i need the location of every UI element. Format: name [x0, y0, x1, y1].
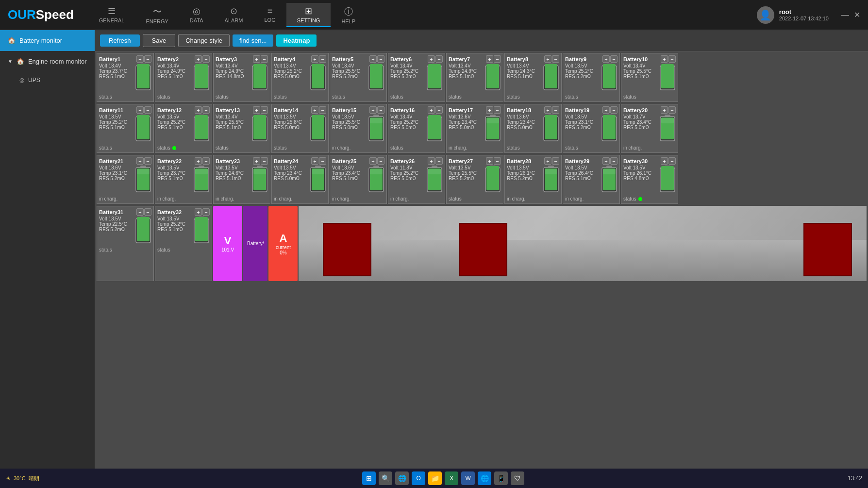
batt-plus-4[interactable]: +	[311, 55, 318, 63]
tab-alarm[interactable]: ⊙ ALARM	[214, 3, 254, 27]
batt-plus-24[interactable]: +	[311, 157, 318, 165]
tab-general[interactable]: ☰ GENERAL	[88, 3, 135, 27]
batt-minus-8[interactable]: −	[552, 55, 559, 63]
taskbar-app2-icon[interactable]: 🛡	[511, 471, 524, 485]
batt-icon-4	[310, 63, 326, 93]
taskbar-chrome-icon[interactable]: 🌐	[395, 471, 409, 485]
close-button[interactable]: ✕	[854, 10, 860, 19]
tab-log[interactable]: ≡ LOG	[253, 3, 286, 27]
batt-plus-2[interactable]: +	[195, 55, 202, 63]
batt-plus-16[interactable]: +	[428, 106, 435, 114]
battery-row-1: Battery1 + − Volt 13.4V Temp 23.7°C RES …	[96, 52, 867, 102]
batt-plus-30[interactable]: +	[661, 157, 668, 165]
batt-minus-19[interactable]: −	[610, 106, 618, 114]
batt-minus-22[interactable]: −	[202, 157, 210, 165]
batt-minus-31[interactable]: −	[144, 208, 151, 216]
batt-plus-22[interactable]: +	[195, 157, 202, 165]
batt-plus-25[interactable]: +	[369, 157, 377, 165]
batt-minus-17[interactable]: −	[494, 106, 501, 114]
taskbar-excel-icon[interactable]: X	[445, 471, 458, 485]
taskbar-outlook-icon[interactable]: O	[412, 471, 425, 485]
taskbar-edge-icon[interactable]: 🌐	[478, 471, 491, 485]
batt-res-12: RES 5.1mΩ	[157, 125, 191, 130]
batt-plus-11[interactable]: +	[136, 106, 144, 114]
batt-minus-25[interactable]: −	[377, 157, 384, 165]
minimize-button[interactable]: —	[841, 10, 849, 19]
taskbar-word-icon[interactable]: W	[461, 471, 475, 485]
batt-plus-18[interactable]: +	[544, 106, 551, 114]
batt-temp-32: Temp 25.2°C	[157, 221, 191, 227]
batt-plus-31[interactable]: +	[136, 208, 144, 216]
batt-plus-29[interactable]: +	[602, 157, 610, 165]
batt-minus-2[interactable]: −	[202, 55, 210, 63]
batt-status-25: in charg.	[332, 196, 384, 202]
batt-minus-30[interactable]: −	[668, 157, 676, 165]
batt-minus-11[interactable]: −	[144, 106, 151, 114]
change-style-button[interactable]: Change style	[178, 34, 230, 47]
batt-minus-10[interactable]: −	[668, 55, 676, 63]
batt-minus-24[interactable]: −	[319, 157, 326, 165]
taskbar-search-icon[interactable]: 🔍	[379, 471, 392, 485]
batt-minus-4[interactable]: −	[319, 55, 326, 63]
save-button[interactable]: Save	[143, 34, 176, 47]
batt-plus-7[interactable]: +	[486, 55, 493, 63]
batt-minus-7[interactable]: −	[494, 55, 501, 63]
refresh-button[interactable]: Refresh	[100, 34, 140, 47]
batt-plus-23[interactable]: +	[253, 157, 260, 165]
sidebar-item-battery-monitor[interactable]: 🏠 Battery monitor	[0, 30, 95, 51]
batt-minus-12[interactable]: −	[202, 106, 210, 114]
taskbar-folder-icon[interactable]: 📁	[428, 471, 442, 485]
batt-plus-14[interactable]: +	[311, 106, 318, 114]
batt-plus-28[interactable]: +	[544, 157, 551, 165]
batt-plus-27[interactable]: +	[486, 157, 493, 165]
batt-minus-32[interactable]: −	[202, 208, 210, 216]
batt-plus-13[interactable]: +	[253, 106, 260, 114]
batt-plus-9[interactable]: +	[602, 55, 610, 63]
batt-minus-29[interactable]: −	[610, 157, 618, 165]
batt-minus-28[interactable]: −	[552, 157, 559, 165]
batt-minus-16[interactable]: −	[435, 106, 443, 114]
batt-minus-1[interactable]: −	[144, 55, 151, 63]
batt-plus-6[interactable]: +	[428, 55, 435, 63]
batt-minus-3[interactable]: −	[261, 55, 268, 63]
batt-status-23: in charg.	[216, 196, 268, 202]
batt-plus-1[interactable]: +	[136, 55, 144, 63]
batt-plus-19[interactable]: +	[602, 106, 610, 114]
heatmap-button[interactable]: Heatmap	[276, 34, 317, 47]
sidebar-item-ups[interactable]: ◎ UPS	[0, 72, 95, 88]
find-sensor-button[interactable]: find sen...	[233, 34, 273, 47]
batt-minus-20[interactable]: −	[668, 106, 676, 114]
batt-minus-23[interactable]: −	[261, 157, 268, 165]
tab-setting[interactable]: ⊞ SETTING	[286, 3, 331, 27]
batt-minus-18[interactable]: −	[552, 106, 559, 114]
sidebar-item-engine-room[interactable]: ▼ 🏠 Engine room monitor	[0, 51, 95, 72]
batt-plus-12[interactable]: +	[195, 106, 202, 114]
batt-status-21: in charg.	[99, 196, 151, 202]
batt-plus-21[interactable]: +	[136, 157, 144, 165]
batt-minus-14[interactable]: −	[319, 106, 326, 114]
batt-plus-3[interactable]: +	[253, 55, 260, 63]
batt-plus-26[interactable]: +	[428, 157, 435, 165]
batt-plus-32[interactable]: +	[195, 208, 202, 216]
batt-minus-27[interactable]: −	[494, 157, 501, 165]
batt-minus-13[interactable]: −	[261, 106, 268, 114]
batt-plus-15[interactable]: +	[369, 106, 377, 114]
batt-minus-26[interactable]: −	[435, 157, 443, 165]
batt-minus-21[interactable]: −	[144, 157, 151, 165]
taskbar-app1-icon[interactable]: 📱	[494, 471, 508, 485]
batt-minus-6[interactable]: −	[435, 55, 443, 63]
sidebar: 🏠 Battery monitor ▼ 🏠 Engine room monito…	[0, 30, 95, 469]
tab-data[interactable]: ◎ DATA	[179, 3, 214, 27]
batt-plus-8[interactable]: +	[544, 55, 551, 63]
tab-energy[interactable]: 〜 ENERGY	[135, 3, 179, 27]
nav-tabs: ☰ GENERAL 〜 ENERGY ◎ DATA ⊙ ALARM ≡ LOG …	[88, 3, 757, 27]
batt-minus-9[interactable]: −	[610, 55, 618, 63]
batt-minus-5[interactable]: −	[377, 55, 384, 63]
taskbar-windows-icon[interactable]: ⊞	[362, 471, 376, 485]
batt-plus-17[interactable]: +	[486, 106, 493, 114]
batt-plus-20[interactable]: +	[661, 106, 668, 114]
batt-plus-10[interactable]: +	[661, 55, 668, 63]
tab-help[interactable]: ⓘ HELP	[331, 3, 366, 27]
batt-plus-5[interactable]: +	[369, 55, 377, 63]
batt-minus-15[interactable]: −	[377, 106, 384, 114]
